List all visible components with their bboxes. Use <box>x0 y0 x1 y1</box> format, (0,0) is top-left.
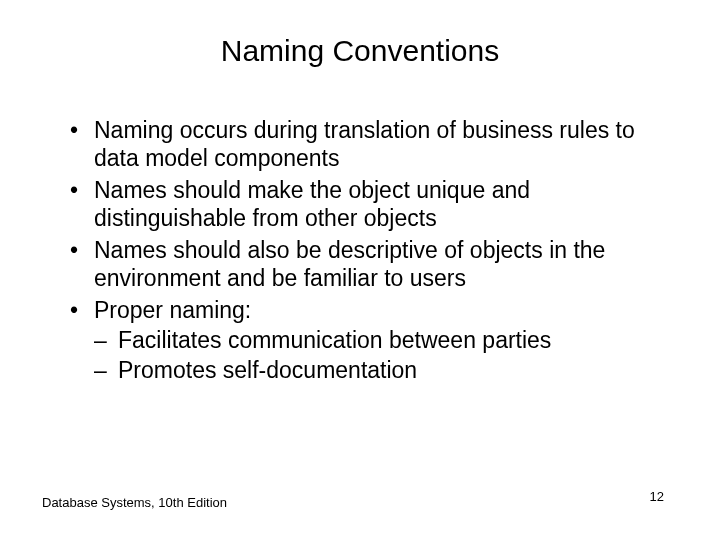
list-item: Facilitates communication between partie… <box>94 326 660 354</box>
list-item: Proper naming: Facilitates communication… <box>70 296 660 384</box>
bullet-list: Naming occurs during translation of busi… <box>70 116 660 384</box>
list-item: Names should make the object unique and … <box>70 176 660 232</box>
list-item: Naming occurs during translation of busi… <box>70 116 660 172</box>
list-item: Promotes self-documentation <box>94 356 660 384</box>
slide-content: Naming occurs during translation of busi… <box>40 116 680 384</box>
bullet-text: Naming occurs during translation of busi… <box>94 117 635 171</box>
bullet-text: Names should make the object unique and … <box>94 177 530 231</box>
footer-source: Database Systems, 10th Edition <box>42 495 227 510</box>
list-item: Names should also be descriptive of obje… <box>70 236 660 292</box>
sub-bullet-list: Facilitates communication between partie… <box>94 326 660 384</box>
bullet-text: Names should also be descriptive of obje… <box>94 237 605 291</box>
bullet-text: Proper naming: <box>94 297 251 323</box>
sub-bullet-text: Promotes self-documentation <box>118 357 417 383</box>
page-number: 12 <box>650 489 664 504</box>
slide: Naming Conventions Naming occurs during … <box>0 0 720 540</box>
sub-bullet-text: Facilitates communication between partie… <box>118 327 551 353</box>
slide-title: Naming Conventions <box>40 34 680 68</box>
